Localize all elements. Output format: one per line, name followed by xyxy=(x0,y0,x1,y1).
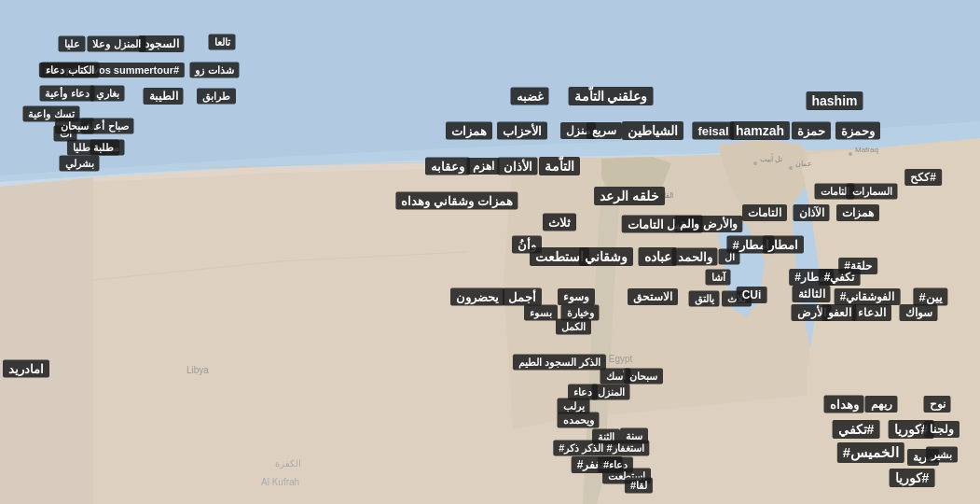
map-tag: #تكفي xyxy=(833,420,880,439)
map-tag: دعاء وأعية xyxy=(39,86,94,102)
map-tag: همزات xyxy=(836,204,879,221)
map-tag: الفوشقاني# xyxy=(835,288,901,305)
map-tag: ثلاث xyxy=(543,214,576,231)
map-tag: بشرلي xyxy=(60,156,100,172)
map-tag: طرابق xyxy=(197,89,236,105)
map-tag: شذات زو xyxy=(189,63,239,78)
map-tag: feisal xyxy=(692,122,734,140)
map-tag: #ككح xyxy=(904,169,942,186)
map-tag: الكمل xyxy=(556,319,591,335)
map-tag: سنة xyxy=(620,428,648,444)
map-tag: غضبه xyxy=(511,88,549,105)
map-tag: همزات وشقاني وهداه xyxy=(395,192,518,210)
map-tag: وشقاني xyxy=(579,247,633,266)
map-tag: #كوريا xyxy=(890,469,935,487)
map-tag: والأرض والم xyxy=(674,216,742,232)
map-tag: حمزة xyxy=(792,122,831,140)
map-tag: العفو xyxy=(822,304,857,321)
map-tag: الأذان xyxy=(498,158,538,175)
map-tag: وعلقني التاّمة xyxy=(569,87,654,105)
map-tag: يحضرون xyxy=(450,288,504,306)
map-tag: اهزم xyxy=(467,158,500,175)
map-tag: تالعا xyxy=(209,35,236,50)
map-tag: امطار xyxy=(763,236,804,254)
map-tag: الأحزاب xyxy=(497,122,547,140)
map-tag: سبحان xyxy=(55,119,94,134)
map-tag: أجمل xyxy=(503,288,542,306)
map-tag: يين# xyxy=(913,288,947,306)
map-tag: خلقه الرعد xyxy=(594,187,665,205)
map-tag: الاستحق xyxy=(628,288,678,305)
map-tag: التامات xyxy=(742,204,787,221)
map-tag: تكفي# xyxy=(819,269,861,286)
map-tag: وحمزة xyxy=(835,122,880,140)
map-tag: آشا xyxy=(706,270,731,286)
map-tag: التاّمة xyxy=(539,157,580,175)
map-tag: همزات xyxy=(446,122,492,140)
map-tag: الخميس# xyxy=(837,442,904,463)
map-tag: الشياطين xyxy=(622,121,683,140)
tags-layer: تالعاالسجودالمنزل وعلاعليا#zeropositivos… xyxy=(0,0,980,504)
map-tag: الدعاء xyxy=(852,304,891,321)
map-tag: سريع xyxy=(587,122,622,139)
map-tag: ويحمده xyxy=(558,413,600,428)
map-tag: وعقابه xyxy=(425,158,470,175)
map-tag: الثالثة xyxy=(793,286,831,302)
map-tag: hashim xyxy=(806,91,863,110)
map-tag: عليا xyxy=(59,36,86,52)
map-tag: hamzah xyxy=(730,121,790,140)
map-tag: وهداه xyxy=(824,396,864,413)
map-tag: المنزل وعلا xyxy=(87,36,145,52)
map-tag: السمارات xyxy=(847,184,898,200)
map-tag: الطيبة xyxy=(144,88,184,105)
map-tag: ريهم xyxy=(865,396,898,413)
map-tag: بسوء xyxy=(524,305,558,321)
map-tag: امادريد xyxy=(3,360,49,378)
map-tag: سواك xyxy=(900,304,938,321)
map-tag: الكتاب دعاء xyxy=(40,63,99,78)
map-tag: يالتق xyxy=(689,291,720,307)
map-tag: ولجنا xyxy=(924,421,959,438)
map-tag: سبحان xyxy=(624,369,663,385)
map-tag: CUi xyxy=(737,287,767,303)
map-tag: نوح xyxy=(924,396,951,413)
map-tag: الذكر السجود الطيم xyxy=(513,355,606,371)
map-tag: الآذان xyxy=(794,204,830,221)
map-tag: بغاري xyxy=(90,86,125,102)
map-tag: والحمد xyxy=(672,248,718,266)
map-tag: لقا# xyxy=(625,478,653,494)
map-tag: وسوء xyxy=(558,288,595,305)
map-tag: بشير xyxy=(926,447,958,463)
map-container: مصر Egypt Libya Al Kufrah الكفرة القاهرة… xyxy=(0,0,980,504)
map-tag: عباده xyxy=(639,247,677,266)
map-tag: طلبة طليا xyxy=(67,140,119,156)
